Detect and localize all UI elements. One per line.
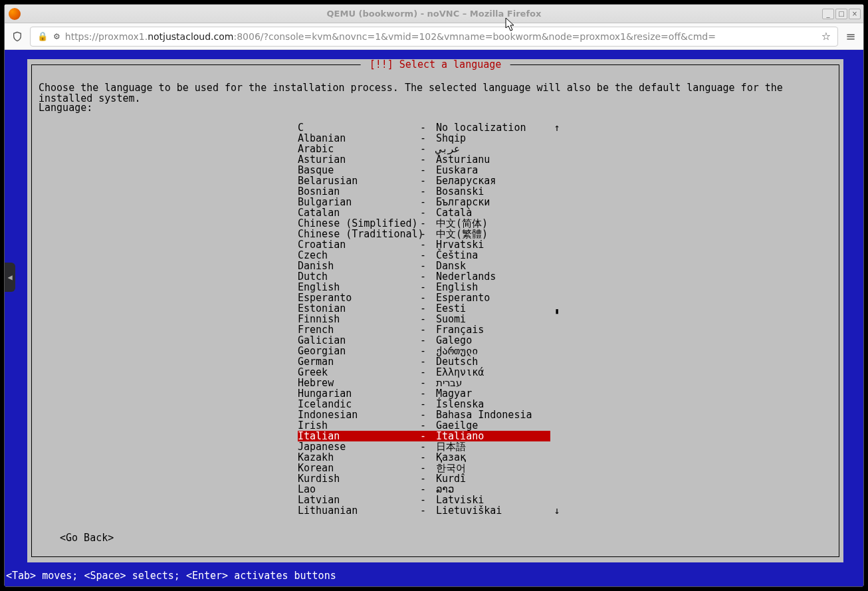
scroll-thumb[interactable]: ▮ — [554, 306, 560, 316]
dialog-prompt: Choose the language to be used for the i… — [39, 82, 832, 104]
minimize-button[interactable]: _ — [822, 9, 834, 19]
language-option[interactable]: Hungarian- Magyar — [298, 388, 550, 399]
firefox-icon — [9, 8, 21, 20]
permissions-icon[interactable]: ⚙ — [53, 32, 60, 41]
language-option[interactable]: Esperanto- Esperanto — [298, 293, 550, 303]
language-option[interactable]: Lao- ລາວ — [298, 484, 550, 495]
menu-button[interactable]: ≡ — [845, 29, 857, 43]
window-title: QEMU (bookworm) - noVNC – Mozilla Firefo… — [5, 9, 863, 19]
go-back-button[interactable]: <Go Back> — [60, 532, 114, 543]
language-option[interactable]: Czech- Čeština — [298, 250, 550, 261]
language-option[interactable]: Albanian- Shqip — [298, 133, 550, 144]
language-option[interactable]: Latvian- Latviski — [298, 495, 550, 505]
language-option[interactable]: Arabic- عربي — [298, 144, 550, 154]
url-input[interactable]: 🔒 ⚙ https://proxmox1.notjustacloud.com:8… — [30, 27, 838, 47]
key-hints: <Tab> moves; <Space> selects; <Enter> ac… — [6, 570, 336, 581]
language-option[interactable]: Hebrew- עברית — [298, 378, 550, 388]
language-option[interactable]: Italian- Italiano — [298, 431, 550, 441]
language-option[interactable]: C- No localization — [298, 122, 550, 133]
language-option[interactable]: Catalan- Català — [298, 207, 550, 218]
language-option[interactable]: Chinese (Traditional)- 中文(繁體) — [298, 229, 550, 239]
language-option[interactable]: Finnish- Suomi — [298, 314, 550, 324]
url-text: https://proxmox1.notjustacloud.com:8006/… — [65, 31, 816, 42]
scroll-up-icon[interactable]: ↑ — [554, 122, 560, 133]
page-content: ◀ [!!] Select a language Choose the lang… — [5, 50, 863, 586]
language-option[interactable]: Belarusian- Беларуская — [298, 176, 550, 186]
language-option[interactable]: English- English — [298, 282, 550, 293]
language-option[interactable]: French- Français — [298, 324, 550, 335]
installer-dialog: [!!] Select a language Choose the langua… — [27, 59, 843, 562]
language-label: Language: — [39, 102, 92, 113]
language-option[interactable]: Danish- Dansk — [298, 261, 550, 271]
language-option[interactable]: Georgian- ქართული — [298, 346, 550, 356]
firefox-window: QEMU (bookworm) - noVNC – Mozilla Firefo… — [4, 4, 864, 587]
titlebar: QEMU (bookworm) - noVNC – Mozilla Firefo… — [5, 5, 863, 23]
language-option[interactable]: Korean- 한국어 — [298, 463, 550, 473]
dialog-border: [!!] Select a language Choose the langua… — [31, 64, 839, 557]
novnc-control-tab[interactable]: ◀ — [5, 263, 15, 292]
bookmark-star-icon[interactable]: ☆ — [821, 30, 831, 43]
language-option[interactable]: Bosnian- Bosanski — [298, 186, 550, 197]
language-option[interactable]: Japanese- 日本語 — [298, 441, 550, 452]
maximize-button[interactable]: □ — [835, 9, 847, 19]
address-bar: 🔒 ⚙ https://proxmox1.notjustacloud.com:8… — [5, 23, 863, 50]
language-option[interactable]: Croatian- Hrvatski — [298, 239, 550, 250]
shield-icon[interactable] — [11, 31, 23, 43]
lock-icon: 🔒 — [37, 31, 48, 41]
language-option[interactable]: Kurdish- Kurdî — [298, 473, 550, 484]
language-option[interactable]: Bulgarian- Български — [298, 197, 550, 207]
language-option[interactable]: Basque- Euskara — [298, 165, 550, 176]
language-option[interactable]: Icelandic- Íslenska — [298, 399, 550, 410]
language-option[interactable]: Kazakh- Қазақ — [298, 452, 550, 463]
language-option[interactable]: Chinese (Simplified)- 中文(简体) — [298, 218, 550, 229]
language-option[interactable]: Dutch- Nederlands — [298, 271, 550, 282]
language-option[interactable]: German- Deutsch — [298, 356, 550, 367]
language-option[interactable]: Estonian- Eesti — [298, 303, 550, 314]
scroll-down-icon[interactable]: ↓ — [554, 505, 560, 516]
language-option[interactable]: Indonesian- Bahasa Indonesia — [298, 410, 550, 420]
language-option[interactable]: Greek- Ελληνικά — [298, 367, 550, 378]
language-option[interactable]: Galician- Galego — [298, 335, 550, 346]
vnc-viewport[interactable]: ◀ [!!] Select a language Choose the lang… — [5, 50, 863, 586]
language-option[interactable]: Asturian- Asturianu — [298, 154, 550, 165]
language-option[interactable]: Irish- Gaeilge — [298, 420, 550, 431]
language-list[interactable]: C- No localizationAlbanian- ShqipArabic-… — [298, 122, 550, 516]
dialog-title: [!!] Select a language — [361, 59, 510, 70]
close-button[interactable]: × — [849, 9, 861, 19]
language-option[interactable]: Lithuanian- Lietuviškai — [298, 505, 550, 516]
window-controls: _ □ × — [822, 9, 863, 19]
